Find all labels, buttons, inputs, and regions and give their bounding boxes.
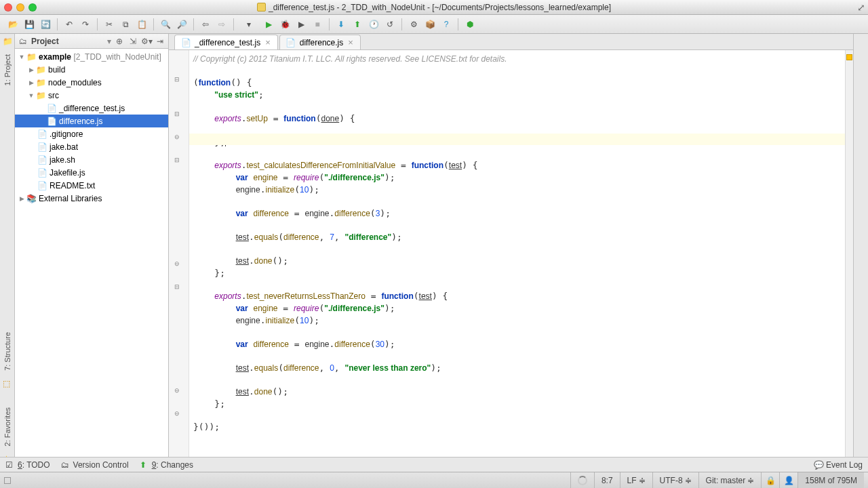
debug-icon[interactable]: 🐞 — [277, 17, 292, 32]
vcs-commit-icon[interactable]: ⬆ — [350, 17, 365, 32]
caret-position[interactable]: 8:7 — [594, 472, 620, 488]
tree-file-jakefile[interactable]: 📄Jakefile.js — [15, 166, 168, 179]
window-title: _difference_test.js - 2_TDD_with_NodeUni… — [0, 2, 868, 12]
cut-icon[interactable]: ✂ — [102, 17, 117, 32]
stop-icon[interactable]: ■ — [310, 17, 325, 32]
close-tab-icon[interactable]: × — [347, 37, 355, 47]
ui-toggle-icon[interactable] — [4, 477, 11, 484]
close-tab-icon[interactable]: × — [264, 37, 272, 47]
vcs-update-icon[interactable]: ⬇ — [334, 17, 349, 32]
forward-icon[interactable]: ⇨ — [214, 17, 229, 32]
tree-file-gitignore[interactable]: 📄.gitignore — [15, 127, 168, 140]
collapse-icon[interactable]: ⇲ — [127, 36, 138, 47]
lock-icon[interactable]: 🔒 — [766, 476, 775, 485]
coverage-icon[interactable]: ▶ — [294, 17, 309, 32]
fullscreen-icon[interactable]: ⤢ — [857, 2, 865, 13]
tab-diff[interactable]: 📄difference.js× — [279, 35, 361, 49]
code-editor[interactable]: ⊟ ⊟ ⊖ ⊟ ⊖ ⊟ ⊖ ⊖ // Copyright (c) 2012 Ti… — [169, 50, 853, 472]
help-icon[interactable]: ? — [439, 17, 454, 32]
project-tool-label[interactable]: 1: Project — [3, 50, 12, 89]
favorites-tool-label[interactable]: 2: Favorites — [3, 403, 12, 450]
memory-indicator[interactable]: 158M of 795M — [797, 472, 864, 488]
vcs-history-icon[interactable]: 🕐 — [366, 17, 381, 32]
tree-folder-build[interactable]: ▶📁build — [15, 63, 168, 76]
replace-icon[interactable]: 🔎 — [174, 17, 189, 32]
settings-icon[interactable]: ⚙ — [406, 17, 421, 32]
file-icon — [257, 3, 266, 12]
project-panel: 🗂 Project ▾ ⊕ ⇲ ⚙▾ ⇥ ▼📁example [2_TDD_wi… — [15, 34, 169, 472]
save-icon[interactable]: 💾 — [22, 17, 37, 32]
gear-icon[interactable]: ⚙▾ — [141, 36, 152, 47]
editor-gutter[interactable]: ⊟ ⊟ ⊖ ⊟ ⊖ ⊟ ⊖ ⊖ — [169, 50, 189, 472]
structure-tool-icon[interactable]: ⬚ — [3, 379, 12, 388]
undo-icon[interactable]: ↶ — [62, 17, 77, 32]
tab-difftest[interactable]: 📄_difference_test.js× — [174, 35, 278, 49]
tree-file-difftest[interactable]: 📄_difference_test.js — [15, 102, 168, 115]
bottom-tool-bar: ☑6: TODO 🗂Version Control ⬆9: Changes 💬E… — [0, 457, 868, 472]
status-bar: 8:7 LF≑ UTF-8≑ Git: master≑ 🔒 👤 158M of … — [0, 472, 868, 488]
tree-external-libraries[interactable]: ▶📚External Libraries — [15, 192, 168, 205]
minimize-window-button[interactable] — [16, 3, 24, 12]
right-tool-rail — [853, 34, 868, 472]
vcs-revert-icon[interactable]: ↺ — [382, 17, 397, 32]
close-window-button[interactable] — [4, 3, 12, 12]
open-icon[interactable]: 📂 — [5, 17, 20, 32]
find-icon[interactable]: 🔍 — [158, 17, 173, 32]
misc-icon[interactable]: ⬢ — [462, 17, 477, 32]
hide-panel-icon[interactable]: ⇥ — [155, 36, 165, 47]
encoding[interactable]: UTF-8≑ — [652, 472, 698, 488]
tree-root[interactable]: ▼📁example [2_TDD_with_NodeUnit] — [15, 50, 168, 63]
redo-icon[interactable]: ↷ — [78, 17, 93, 32]
progress-spinner-icon — [578, 476, 587, 485]
git-branch[interactable]: Git: master≑ — [698, 472, 762, 488]
back-icon[interactable]: ⇦ — [198, 17, 213, 32]
warning-marker[interactable] — [846, 54, 852, 60]
paste-icon[interactable]: 📋 — [134, 17, 149, 32]
code-content[interactable]: // Copyright (c) 2012 Titanium I.T. LLC.… — [189, 50, 845, 472]
inspector-icon[interactable]: 👤 — [784, 476, 793, 485]
editor-tabs: 📄_difference_test.js× 📄difference.js× — [169, 34, 853, 50]
main-toolbar: 📂 💾 🔄 ↶ ↷ ✂ ⧉ 📋 🔍 🔎 ⇦ ⇨ ▾ ▶ 🐞 ▶ ■ ⬇ ⬆ 🕐 … — [0, 15, 868, 34]
eventlog-tool-button[interactable]: 💬Event Log — [814, 460, 863, 470]
config-dropdown[interactable]: ▾ — [238, 17, 260, 32]
error-stripe[interactable] — [845, 50, 853, 472]
changes-tool-button[interactable]: ⬆9: Changes — [140, 460, 193, 470]
tree-file-diff[interactable]: 📄difference.js — [15, 115, 168, 127]
left-tool-rail: 📁 1: Project 7: Structure ⬚ 2: Favorites… — [0, 34, 15, 472]
copy-icon[interactable]: ⧉ — [118, 17, 133, 32]
zoom-window-button[interactable] — [28, 3, 37, 12]
line-separator[interactable]: LF≑ — [620, 472, 652, 488]
tree-file-jakesh[interactable]: 📄jake.sh — [15, 153, 168, 166]
window-titlebar: _difference_test.js - 2_TDD_with_NodeUni… — [0, 0, 868, 15]
tree-folder-src[interactable]: ▼📁src — [15, 89, 168, 102]
structure-tool-label[interactable]: 7: Structure — [3, 328, 12, 375]
run-icon[interactable]: ▶ — [261, 17, 276, 32]
project-panel-title: Project — [31, 37, 104, 46]
tree-file-jakebat[interactable]: 📄jake.bat — [15, 140, 168, 153]
project-view-icon[interactable]: 🗂 — [18, 36, 28, 47]
tree-file-readme[interactable]: 📄README.txt — [15, 179, 168, 192]
project-tool-icon[interactable]: 📁 — [3, 37, 12, 46]
tree-folder-nodemodules[interactable]: ▶📁node_modules — [15, 76, 168, 89]
project-tree[interactable]: ▼📁example [2_TDD_with_NodeUnit] ▶📁build … — [15, 49, 168, 464]
todo-tool-button[interactable]: ☑6: TODO — [5, 460, 50, 470]
vcs-tool-button[interactable]: 🗂Version Control — [61, 460, 129, 470]
sync-icon[interactable]: 🔄 — [38, 17, 53, 32]
sdk-icon[interactable]: 📦 — [422, 17, 437, 32]
autoscroll-icon[interactable]: ⊕ — [114, 36, 125, 47]
